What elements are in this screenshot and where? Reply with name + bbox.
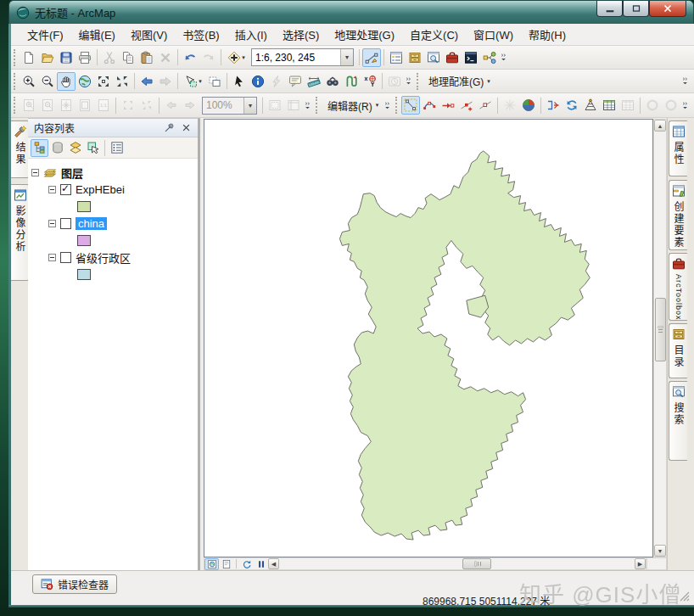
menu-item-2[interactable]: 视图(V) <box>123 24 175 45</box>
attr-grid-green-button[interactable] <box>600 96 618 115</box>
find-route-button[interactable] <box>342 72 361 91</box>
scale-combo-input[interactable] <box>252 50 340 64</box>
paste-button[interactable] <box>137 48 156 67</box>
scroll-down-button[interactable]: ▼ <box>654 545 666 557</box>
vertical-scrollbar-thumb[interactable] <box>655 298 666 361</box>
horizontal-scrollbar-thumb[interactable] <box>462 558 491 569</box>
restore-button[interactable] <box>623 1 649 17</box>
add-vertex-button[interactable] <box>457 96 476 115</box>
tab-catalog[interactable]: 目录 <box>669 323 687 378</box>
tree-row-layer[interactable]: ExpHEbei <box>28 181 198 198</box>
toc-window-button[interactable] <box>387 48 406 67</box>
layout-zoom-combo-input[interactable] <box>203 98 243 113</box>
list-source-button[interactable] <box>48 139 66 157</box>
copy-button[interactable] <box>119 48 137 67</box>
full-extent-button[interactable] <box>76 72 94 91</box>
layer-label[interactable]: 省级行政区 <box>76 249 131 266</box>
back-arrow-button[interactable] <box>137 72 156 91</box>
collapse-icon[interactable] <box>31 169 39 176</box>
collapse-icon[interactable] <box>48 186 56 193</box>
editor-menu[interactable]: 编辑器(R)▾ <box>322 97 383 115</box>
pg-fixed-out-button[interactable] <box>137 96 156 115</box>
hebei-outline[interactable] <box>339 151 590 540</box>
toolbar-grip[interactable] <box>14 49 17 66</box>
tab-attributes[interactable]: 属性 <box>669 120 687 176</box>
toolbar-overflow-button[interactable] <box>303 96 315 115</box>
langfang-exclave-polygon[interactable] <box>467 295 489 317</box>
cut-button[interactable] <box>100 48 119 67</box>
toolbox-button[interactable] <box>443 48 462 67</box>
zoom-out-button[interactable] <box>38 72 57 91</box>
menu-item-3[interactable]: 书签(B) <box>175 24 227 45</box>
layer-symbol-swatch[interactable] <box>77 269 91 280</box>
del-vertex-button[interactable] <box>476 96 495 115</box>
toolbar-grip[interactable] <box>316 97 319 114</box>
tree-row-symbol[interactable] <box>28 266 198 283</box>
pin-button[interactable] <box>164 121 177 135</box>
tab-arctoolbox[interactable]: ArcToolbox <box>669 253 687 321</box>
toolbar-overflow-button[interactable] <box>499 48 511 67</box>
layer-label-selected[interactable]: china <box>76 217 107 230</box>
pg-zoom-out-button[interactable] <box>38 96 57 115</box>
time-slider-button[interactable] <box>385 72 404 91</box>
attr-grid-gray-button[interactable] <box>618 96 637 115</box>
toolbar-grip[interactable] <box>417 73 420 90</box>
tab-create-features[interactable]: 创建要素 <box>669 180 687 250</box>
move-vertex-button[interactable] <box>439 96 457 115</box>
pg-back-button[interactable] <box>162 96 181 115</box>
menu-item-9[interactable]: 帮助(H) <box>521 24 574 45</box>
tree-row-layer[interactable]: china <box>28 215 198 232</box>
html-popup-button[interactable] <box>286 72 305 91</box>
goto-xy-button[interactable] <box>361 72 379 91</box>
title-bar[interactable]: 无标题 - ArcMap <box>8 0 694 24</box>
refresh-button[interactable] <box>239 558 254 570</box>
pan-button[interactable] <box>57 72 76 91</box>
toolbar-grip[interactable] <box>14 97 17 114</box>
layout-view-button[interactable] <box>219 558 233 570</box>
layer-label[interactable]: ExpHEbei <box>76 183 125 196</box>
edit-sketch-button[interactable] <box>362 48 381 67</box>
measure-button[interactable] <box>305 72 323 91</box>
fixed-zoom-out-button[interactable] <box>113 72 132 91</box>
tab-search[interactable]: 搜索 <box>669 381 687 461</box>
georeferencing-menu[interactable]: 地理配准(G)▾ <box>423 72 495 90</box>
scroll-left-button[interactable]: ◀ <box>268 558 279 569</box>
zoom-in-button[interactable] <box>20 72 38 91</box>
toc-header[interactable]: 内容列表 <box>28 119 198 137</box>
pg-draft-button[interactable] <box>266 96 284 115</box>
gray-ring2-button[interactable] <box>662 96 680 115</box>
list-drawing-button[interactable] <box>31 139 48 157</box>
layout-zoom-combo[interactable]: ▾ <box>202 97 257 115</box>
scale-combo-dropdown[interactable]: ▾ <box>340 49 353 65</box>
topo-sphere-button[interactable] <box>519 96 538 115</box>
menu-item-0[interactable]: 文件(F) <box>20 24 71 45</box>
data-view-button[interactable] <box>204 558 219 570</box>
pg-full-button[interactable] <box>76 96 94 115</box>
layer-checkbox-unchecked[interactable] <box>60 218 71 229</box>
toolbar-overflow-button[interactable] <box>680 96 692 115</box>
layer-symbol-swatch[interactable] <box>77 201 91 212</box>
close-button[interactable] <box>649 1 686 17</box>
layers-group-label[interactable]: 图层 <box>61 165 83 181</box>
open-folder-button[interactable] <box>38 48 57 67</box>
select-elements-button[interactable] <box>230 72 249 91</box>
tree-row-layer[interactable]: 省级行政区 <box>28 249 198 266</box>
modelbuilder-button[interactable] <box>480 48 499 67</box>
edit-tool-ylw-button[interactable] <box>401 96 420 115</box>
forward-arrow-button[interactable] <box>156 72 175 91</box>
scroll-up-button[interactable]: ▲ <box>654 120 666 132</box>
toc-close-button[interactable] <box>181 121 194 135</box>
print-button[interactable] <box>76 48 94 67</box>
pg-focus-button[interactable] <box>284 96 303 115</box>
fixed-zoom-in-button[interactable] <box>94 72 113 91</box>
tree-row-layers[interactable]: 图层 <box>28 164 198 181</box>
clear-selection-button[interactable] <box>205 72 224 91</box>
toolbar-grip[interactable] <box>14 73 17 90</box>
tab-results[interactable]: 结果 <box>11 120 30 178</box>
horizontal-scrollbar[interactable] <box>279 558 635 569</box>
map-canvas[interactable] <box>204 119 653 557</box>
toc-options-button[interactable] <box>108 139 126 157</box>
collapse-icon[interactable] <box>48 220 56 227</box>
search-window-button[interactable] <box>424 48 443 67</box>
menu-item-4[interactable]: 插入(I) <box>227 24 275 45</box>
